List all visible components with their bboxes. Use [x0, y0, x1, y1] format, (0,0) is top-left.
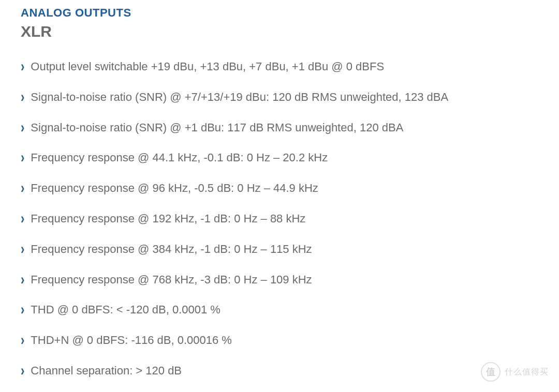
list-item: › Signal-to-noise ratio (SNR) @ +1 dBu: …	[21, 120, 538, 136]
watermark: 值 什么值得买	[481, 362, 549, 382]
chevron-right-icon: ›	[21, 239, 24, 260]
chevron-right-icon: ›	[21, 208, 24, 229]
spec-text: Output level switchable +19 dBu, +13 dBu…	[31, 59, 384, 75]
list-item: › Frequency response @ 44.1 kHz, -0.1 dB…	[21, 150, 538, 166]
spec-text: THD @ 0 dBFS: < -120 dB, 0.0001 %	[31, 302, 220, 318]
chevron-right-icon: ›	[21, 360, 24, 381]
chevron-right-icon: ›	[21, 330, 24, 351]
chevron-right-icon: ›	[21, 87, 24, 108]
list-item: › Frequency response @ 384 kHz, -1 dB: 0…	[21, 242, 538, 258]
spec-text: THD+N @ 0 dBFS: -116 dB, 0.00016 %	[31, 333, 232, 349]
section-header: ANALOG OUTPUTS	[21, 6, 538, 20]
spec-text: Frequency response @ 384 kHz, -1 dB: 0 H…	[31, 242, 312, 258]
list-item: › THD @ 0 dBFS: < -120 dB, 0.0001 %	[21, 302, 538, 318]
watermark-badge-icon: 值	[481, 362, 501, 382]
chevron-right-icon: ›	[21, 117, 24, 138]
list-item: › Frequency response @ 192 kHz, -1 dB: 0…	[21, 211, 538, 227]
list-item: › THD+N @ 0 dBFS: -116 dB, 0.00016 %	[21, 333, 538, 349]
list-item: › Channel separation: > 120 dB	[21, 363, 538, 379]
list-item: › Signal-to-noise ratio (SNR) @ +7/+13/+…	[21, 89, 538, 105]
chevron-right-icon: ›	[21, 148, 24, 169]
spec-text: Frequency response @ 192 kHz, -1 dB: 0 H…	[31, 211, 305, 227]
chevron-right-icon: ›	[21, 56, 24, 77]
spec-list: › Output level switchable +19 dBu, +13 d…	[21, 59, 538, 392]
list-item: › Output level switchable +19 dBu, +13 d…	[21, 59, 538, 75]
spec-text: Signal-to-noise ratio (SNR) @ +1 dBu: 11…	[31, 120, 403, 136]
list-item: › Frequency response @ 768 kHz, -3 dB: 0…	[21, 272, 538, 288]
spec-text: Frequency response @ 96 kHz, -0.5 dB: 0 …	[31, 180, 318, 197]
watermark-text: 什么值得买	[505, 367, 549, 378]
section-subheader: XLR	[21, 23, 538, 40]
chevron-right-icon: ›	[21, 178, 24, 199]
spec-text: Signal-to-noise ratio (SNR) @ +7/+13/+19…	[31, 89, 448, 105]
list-item: › Frequency response @ 96 kHz, -0.5 dB: …	[21, 180, 538, 197]
spec-text: Frequency response @ 44.1 kHz, -0.1 dB: …	[31, 150, 328, 166]
chevron-right-icon: ›	[21, 300, 24, 321]
spec-text: Frequency response @ 768 kHz, -3 dB: 0 H…	[31, 272, 312, 288]
chevron-right-icon: ›	[21, 269, 24, 290]
spec-text: Channel separation: > 120 dB	[31, 363, 182, 379]
